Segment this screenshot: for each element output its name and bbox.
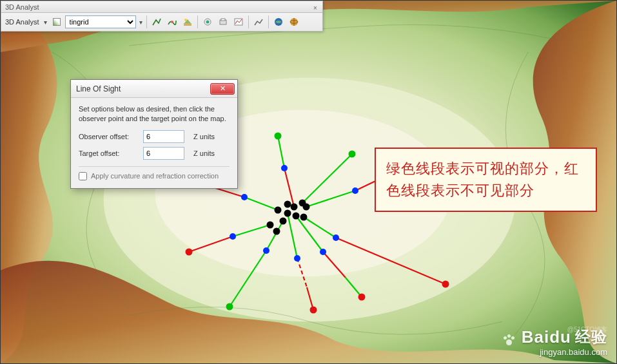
svg-point-24: [320, 249, 326, 255]
toolbar-title-text: 3D Analyst: [5, 3, 39, 11]
close-button[interactable]: ✕: [210, 83, 235, 95]
line-of-sight-icon[interactable]: [181, 15, 195, 29]
svg-rect-56: [221, 19, 225, 21]
layer-swatch-icon[interactable]: [50, 15, 64, 29]
print-tool-icon[interactable]: [216, 15, 230, 29]
interpolate-line-icon[interactable]: [150, 15, 164, 29]
surface-analysis-icon[interactable]: [165, 15, 179, 29]
toolbar-title[interactable]: 3D Analyst ×: [1, 1, 322, 13]
svg-point-45: [293, 213, 300, 220]
chevron-down-icon[interactable]: ▾: [42, 19, 48, 26]
curvature-checkbox[interactable]: [79, 172, 87, 180]
watermark-credit: @51CTO博客: [567, 325, 607, 334]
svg-line-3: [284, 168, 294, 207]
svg-point-50: [171, 21, 173, 23]
dialog-title-text: Line Of Sight: [76, 84, 121, 93]
annotation-text: 绿色线段表示可视的部分，红色线段表示不可见部分: [386, 158, 585, 202]
units-label: Z units: [193, 149, 215, 157]
svg-point-49: [273, 228, 280, 235]
svg-point-25: [294, 255, 300, 262]
arcglobe-icon[interactable]: [287, 15, 301, 29]
svg-point-37: [186, 249, 193, 256]
svg-point-26: [263, 247, 269, 254]
point-tool-icon[interactable]: [201, 15, 215, 29]
chart-icon[interactable]: [251, 15, 266, 29]
paw-icon: [502, 333, 516, 347]
svg-point-22: [352, 187, 358, 194]
svg-point-39: [284, 201, 291, 208]
profile-graph-icon[interactable]: [231, 15, 246, 29]
observer-offset-label: Observer offset:: [79, 133, 138, 140]
annotation-callout: 绿色线段表示可视的部分，红色线段表示不可见部分: [375, 148, 597, 212]
curvature-checkbox-row[interactable]: Apply curvature and refraction correctio…: [79, 172, 230, 180]
toolbar-menu-label[interactable]: 3D Analyst: [4, 18, 41, 26]
svg-point-30: [275, 133, 282, 140]
observer-offset-input[interactable]: [143, 130, 184, 143]
svg-line-13: [288, 213, 297, 258]
svg-point-52: [184, 19, 187, 21]
svg-line-4: [278, 136, 284, 168]
svg-point-35: [310, 307, 317, 314]
svg-line-8: [304, 217, 336, 238]
arcscene-icon[interactable]: [271, 15, 286, 29]
target-offset-label: Target offset:: [79, 149, 138, 157]
svg-point-36: [226, 303, 233, 311]
units-label: Z units: [193, 133, 215, 140]
curvature-checkbox-label: Apply curvature and refraction correctio…: [91, 172, 219, 180]
chevron-down-icon[interactable]: ▾: [137, 19, 144, 26]
svg-line-19: [189, 236, 233, 252]
svg-point-47: [280, 218, 287, 225]
svg-line-9: [336, 238, 446, 284]
svg-point-28: [241, 194, 248, 200]
watermark-brand-en: Baidu: [522, 327, 571, 347]
svg-line-12: [346, 278, 362, 297]
svg-rect-51: [184, 23, 191, 26]
svg-point-31: [349, 151, 356, 158]
svg-point-29: [281, 165, 288, 171]
target-offset-input[interactable]: [143, 147, 184, 160]
layer-select[interactable]: tingrid: [65, 15, 136, 28]
svg-point-27: [230, 233, 236, 240]
dialog-instruction: Set options below as desired, then click…: [79, 104, 230, 124]
svg-point-46: [300, 214, 308, 221]
svg-line-18: [233, 225, 270, 236]
3d-analyst-toolbar[interactable]: 3D Analyst × 3D Analyst ▾ tingrid ▾: [1, 1, 323, 32]
dialog-titlebar[interactable]: Line Of Sight ✕: [71, 80, 237, 98]
svg-point-34: [358, 294, 366, 301]
svg-line-20: [244, 197, 278, 210]
svg-line-11: [323, 252, 346, 278]
svg-line-14: [297, 258, 307, 287]
toolbar-close-icon[interactable]: ×: [311, 3, 320, 12]
svg-line-5: [302, 154, 352, 203]
svg-point-43: [275, 207, 282, 214]
watermark-url: jingyan.baidu.com: [502, 347, 607, 357]
svg-point-23: [333, 235, 339, 241]
svg-point-44: [284, 210, 291, 217]
svg-point-48: [267, 222, 274, 229]
svg-point-53: [206, 21, 209, 24]
svg-line-6: [306, 191, 355, 207]
svg-point-42: [303, 204, 310, 211]
svg-point-33: [442, 281, 449, 288]
svg-line-17: [230, 251, 266, 307]
line-of-sight-dialog[interactable]: Line Of Sight ✕ Set options below as des…: [70, 79, 238, 189]
svg-point-40: [291, 204, 298, 211]
